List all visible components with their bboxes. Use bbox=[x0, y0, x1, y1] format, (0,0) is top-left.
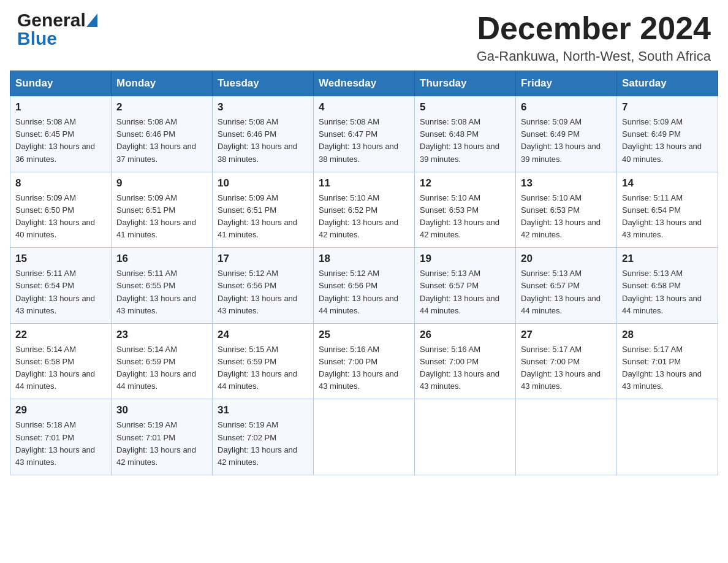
day-info: Sunrise: 5:09 AM Sunset: 6:50 PM Dayligh… bbox=[15, 192, 106, 242]
calendar-cell: 24 Sunrise: 5:15 AM Sunset: 6:59 PM Dayl… bbox=[213, 323, 314, 399]
calendar-cell: 18 Sunrise: 5:12 AM Sunset: 6:56 PM Dayl… bbox=[314, 248, 415, 324]
day-info: Sunrise: 5:17 AM Sunset: 7:00 PM Dayligh… bbox=[521, 343, 612, 393]
page-header: General Blue December 2024 Ga-Rankuwa, N… bbox=[0, 0, 728, 71]
day-number: 16 bbox=[116, 253, 207, 265]
day-number: 13 bbox=[521, 177, 612, 190]
calendar-cell: 11 Sunrise: 5:10 AM Sunset: 6:52 PM Dayl… bbox=[314, 172, 415, 248]
day-number: 26 bbox=[420, 329, 510, 341]
calendar-week-1: 1 Sunrise: 5:08 AM Sunset: 6:45 PM Dayli… bbox=[10, 96, 718, 172]
day-number: 14 bbox=[622, 177, 713, 190]
calendar-header-sunday: Sunday bbox=[10, 71, 112, 96]
day-info: Sunrise: 5:17 AM Sunset: 7:01 PM Dayligh… bbox=[622, 343, 713, 393]
calendar-cell: 28 Sunrise: 5:17 AM Sunset: 7:01 PM Dayl… bbox=[617, 323, 718, 399]
calendar-cell: 13 Sunrise: 5:10 AM Sunset: 6:53 PM Dayl… bbox=[516, 172, 617, 248]
day-number: 12 bbox=[420, 177, 510, 190]
day-number: 17 bbox=[218, 253, 308, 265]
day-info: Sunrise: 5:08 AM Sunset: 6:45 PM Dayligh… bbox=[15, 116, 106, 166]
day-info: Sunrise: 5:10 AM Sunset: 6:52 PM Dayligh… bbox=[319, 192, 409, 242]
day-info: Sunrise: 5:15 AM Sunset: 6:59 PM Dayligh… bbox=[218, 343, 308, 393]
calendar-cell: 25 Sunrise: 5:16 AM Sunset: 7:00 PM Dayl… bbox=[314, 323, 415, 399]
calendar-header-monday: Monday bbox=[112, 71, 213, 96]
day-info: Sunrise: 5:09 AM Sunset: 6:49 PM Dayligh… bbox=[622, 116, 713, 166]
day-info: Sunrise: 5:19 AM Sunset: 7:02 PM Dayligh… bbox=[218, 419, 308, 469]
day-info: Sunrise: 5:13 AM Sunset: 6:58 PM Dayligh… bbox=[622, 267, 713, 317]
day-number: 1 bbox=[15, 101, 106, 113]
calendar-cell: 15 Sunrise: 5:11 AM Sunset: 6:54 PM Dayl… bbox=[10, 248, 112, 324]
logo: General Blue bbox=[17, 11, 97, 48]
calendar-cell: 14 Sunrise: 5:11 AM Sunset: 6:54 PM Dayl… bbox=[617, 172, 718, 248]
day-number: 8 bbox=[15, 177, 106, 190]
day-info: Sunrise: 5:08 AM Sunset: 6:46 PM Dayligh… bbox=[116, 116, 207, 166]
day-number: 23 bbox=[116, 329, 207, 341]
calendar-cell bbox=[617, 399, 718, 475]
day-number: 29 bbox=[15, 404, 106, 416]
calendar-cell: 5 Sunrise: 5:08 AM Sunset: 6:48 PM Dayli… bbox=[415, 96, 516, 172]
calendar-cell: 29 Sunrise: 5:18 AM Sunset: 7:01 PM Dayl… bbox=[10, 399, 112, 475]
day-number: 24 bbox=[218, 329, 308, 341]
day-info: Sunrise: 5:08 AM Sunset: 6:47 PM Dayligh… bbox=[319, 116, 409, 166]
calendar-cell: 2 Sunrise: 5:08 AM Sunset: 6:46 PM Dayli… bbox=[112, 96, 213, 172]
day-info: Sunrise: 5:14 AM Sunset: 6:58 PM Dayligh… bbox=[15, 343, 106, 393]
day-number: 4 bbox=[319, 101, 409, 113]
calendar-header-tuesday: Tuesday bbox=[213, 71, 314, 96]
day-info: Sunrise: 5:10 AM Sunset: 6:53 PM Dayligh… bbox=[521, 192, 612, 242]
calendar-cell: 10 Sunrise: 5:09 AM Sunset: 6:51 PM Dayl… bbox=[213, 172, 314, 248]
day-info: Sunrise: 5:14 AM Sunset: 6:59 PM Dayligh… bbox=[116, 343, 207, 393]
day-number: 28 bbox=[622, 329, 713, 341]
calendar-cell: 19 Sunrise: 5:13 AM Sunset: 6:57 PM Dayl… bbox=[415, 248, 516, 324]
day-info: Sunrise: 5:09 AM Sunset: 6:51 PM Dayligh… bbox=[218, 192, 308, 242]
calendar-cell bbox=[516, 399, 617, 475]
calendar-cell: 17 Sunrise: 5:12 AM Sunset: 6:56 PM Dayl… bbox=[213, 248, 314, 324]
calendar-cell: 21 Sunrise: 5:13 AM Sunset: 6:58 PM Dayl… bbox=[617, 248, 718, 324]
calendar-week-3: 15 Sunrise: 5:11 AM Sunset: 6:54 PM Dayl… bbox=[10, 248, 718, 324]
calendar-week-2: 8 Sunrise: 5:09 AM Sunset: 6:50 PM Dayli… bbox=[10, 172, 718, 248]
day-info: Sunrise: 5:13 AM Sunset: 6:57 PM Dayligh… bbox=[521, 267, 612, 317]
day-number: 6 bbox=[521, 101, 612, 113]
calendar-cell bbox=[415, 399, 516, 475]
page-location: Ga-Rankuwa, North-West, South Africa bbox=[477, 48, 711, 64]
day-number: 21 bbox=[622, 253, 713, 265]
day-number: 22 bbox=[15, 329, 106, 341]
day-number: 9 bbox=[116, 177, 207, 190]
day-info: Sunrise: 5:11 AM Sunset: 6:54 PM Dayligh… bbox=[622, 192, 713, 242]
calendar-week-4: 22 Sunrise: 5:14 AM Sunset: 6:58 PM Dayl… bbox=[10, 323, 718, 399]
day-info: Sunrise: 5:09 AM Sunset: 6:49 PM Dayligh… bbox=[521, 116, 612, 166]
day-info: Sunrise: 5:08 AM Sunset: 6:48 PM Dayligh… bbox=[420, 116, 510, 166]
calendar-cell: 20 Sunrise: 5:13 AM Sunset: 6:57 PM Dayl… bbox=[516, 248, 617, 324]
day-info: Sunrise: 5:11 AM Sunset: 6:54 PM Dayligh… bbox=[15, 267, 106, 317]
day-info: Sunrise: 5:19 AM Sunset: 7:01 PM Dayligh… bbox=[116, 419, 207, 469]
calendar-cell: 9 Sunrise: 5:09 AM Sunset: 6:51 PM Dayli… bbox=[112, 172, 213, 248]
calendar-body: 1 Sunrise: 5:08 AM Sunset: 6:45 PM Dayli… bbox=[10, 96, 718, 475]
calendar-cell: 30 Sunrise: 5:19 AM Sunset: 7:01 PM Dayl… bbox=[112, 399, 213, 475]
day-number: 11 bbox=[319, 177, 409, 190]
day-info: Sunrise: 5:16 AM Sunset: 7:00 PM Dayligh… bbox=[420, 343, 510, 393]
calendar-cell: 4 Sunrise: 5:08 AM Sunset: 6:47 PM Dayli… bbox=[314, 96, 415, 172]
day-info: Sunrise: 5:16 AM Sunset: 7:00 PM Dayligh… bbox=[319, 343, 409, 393]
day-info: Sunrise: 5:11 AM Sunset: 6:55 PM Dayligh… bbox=[116, 267, 207, 317]
day-info: Sunrise: 5:12 AM Sunset: 6:56 PM Dayligh… bbox=[319, 267, 409, 317]
calendar-cell: 27 Sunrise: 5:17 AM Sunset: 7:00 PM Dayl… bbox=[516, 323, 617, 399]
calendar-cell: 6 Sunrise: 5:09 AM Sunset: 6:49 PM Dayli… bbox=[516, 96, 617, 172]
calendar-week-5: 29 Sunrise: 5:18 AM Sunset: 7:01 PM Dayl… bbox=[10, 399, 718, 475]
calendar-cell: 26 Sunrise: 5:16 AM Sunset: 7:00 PM Dayl… bbox=[415, 323, 516, 399]
page-title: December 2024 bbox=[477, 11, 711, 46]
calendar-header-friday: Friday bbox=[516, 71, 617, 96]
logo-triangle-icon bbox=[86, 13, 97, 27]
day-info: Sunrise: 5:13 AM Sunset: 6:57 PM Dayligh… bbox=[420, 267, 510, 317]
day-number: 20 bbox=[521, 253, 612, 265]
calendar-header-saturday: Saturday bbox=[617, 71, 718, 96]
calendar-cell bbox=[314, 399, 415, 475]
day-number: 2 bbox=[116, 101, 207, 113]
logo-general-text: General bbox=[17, 11, 86, 29]
calendar-cell: 8 Sunrise: 5:09 AM Sunset: 6:50 PM Dayli… bbox=[10, 172, 112, 248]
day-number: 27 bbox=[521, 329, 612, 341]
calendar-cell: 3 Sunrise: 5:08 AM Sunset: 6:46 PM Dayli… bbox=[213, 96, 314, 172]
day-number: 30 bbox=[116, 404, 207, 416]
calendar-cell: 31 Sunrise: 5:19 AM Sunset: 7:02 PM Dayl… bbox=[213, 399, 314, 475]
day-number: 15 bbox=[15, 253, 106, 265]
calendar-header-row: SundayMondayTuesdayWednesdayThursdayFrid… bbox=[10, 71, 718, 96]
calendar-cell: 16 Sunrise: 5:11 AM Sunset: 6:55 PM Dayl… bbox=[112, 248, 213, 324]
calendar-cell: 7 Sunrise: 5:09 AM Sunset: 6:49 PM Dayli… bbox=[617, 96, 718, 172]
day-number: 3 bbox=[218, 101, 308, 113]
calendar-cell: 22 Sunrise: 5:14 AM Sunset: 6:58 PM Dayl… bbox=[10, 323, 112, 399]
